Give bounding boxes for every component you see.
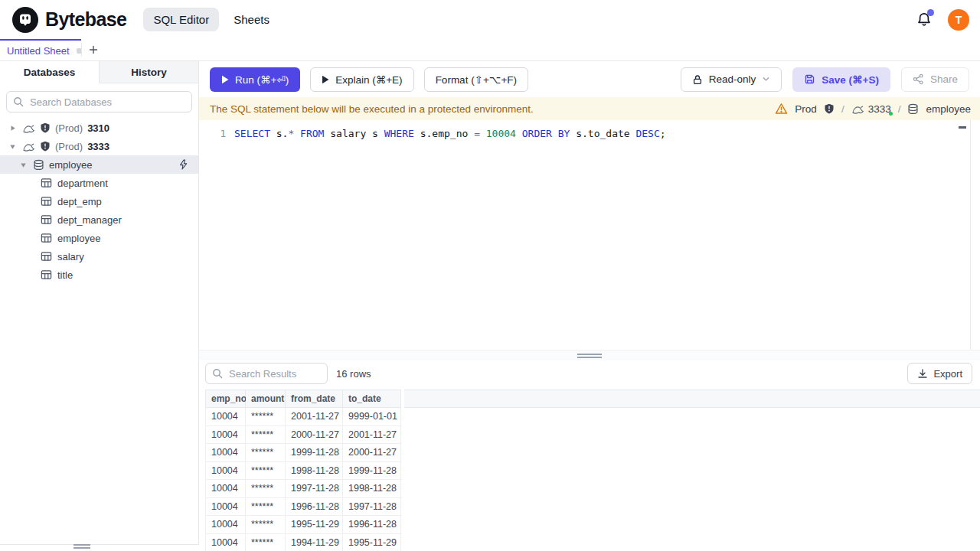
connection-breadcrumb: Prod / 3333 / [775,103,971,115]
table-row[interactable]: 10004******1995-11-291996-11-28 [205,516,402,534]
sql-token: salary s [324,128,384,139]
table-icon [41,196,52,207]
connect-bolt-icon[interactable] [178,159,188,170]
table-cell: 1996-11-28 [343,516,401,533]
save-button[interactable]: Save (⌘+S) [792,67,890,92]
notifications-button[interactable] [916,11,933,28]
nav-sheets[interactable]: Sheets [224,8,279,31]
chevron-down-icon [762,75,770,83]
table-row[interactable]: 10004******2000-11-272001-11-27 [205,426,402,445]
add-sheet-button[interactable] [82,39,105,60]
table-row[interactable]: 10004******1994-11-291995-11-29 [205,534,402,551]
sidebar-table-title[interactable]: title [0,266,198,284]
topbar-right: T [916,9,969,31]
instance-env: (Prod) [55,141,83,152]
sidebar-table-dept_emp[interactable]: dept_emp [0,192,198,210]
line-number: 1 [199,128,234,139]
table-icon [41,269,52,280]
lock-icon [692,74,703,85]
sidebar-table-employee[interactable]: employee [0,229,198,247]
database-icon [907,103,919,115]
column-header-emp-no[interactable]: emp_no [205,390,246,408]
table-icon [41,178,52,188]
sheet-tab-untitled[interactable]: Untitled Sheet [0,39,81,60]
sidebar: Databases History [0,61,199,545]
table-cell: ****** [246,408,286,425]
tab-history[interactable]: History [100,61,198,83]
share-label: Share [930,73,958,85]
instance-3333[interactable]: (Prod) 3333 [0,137,198,155]
sidebar-table-department[interactable]: department [0,174,198,192]
run-button[interactable]: Run (⌘+⏎) [210,67,300,92]
sidebar-table-dept_manager[interactable]: dept_manager [0,210,198,229]
table-row[interactable]: 10004******1997-11-281998-11-28 [205,480,402,498]
table-label: dept_emp [57,196,102,207]
sql-token: s. [270,128,288,139]
table-cell: 2001-11-27 [286,408,343,425]
format-button[interactable]: Format (⇧+⌥+F) [424,67,528,92]
tab-databases[interactable]: Databases [0,61,100,83]
brand[interactable]: Bytebase [12,7,126,33]
table-cell: 10004 [205,534,246,551]
table-cell: ****** [246,426,286,444]
table-cell: 1997-11-28 [286,480,343,497]
table-row[interactable]: 10004******1999-11-282000-11-27 [205,444,402,462]
sql-token: 10004 [486,128,516,139]
panel-resize-handle[interactable] [577,354,602,360]
shield-alert-icon [40,141,51,152]
explain-button[interactable]: Explain (⌘+E) [310,67,413,92]
breadcrumb-separator: / [841,103,844,115]
nav-sql-editor[interactable]: SQL Editor [143,8,219,31]
sql-token: SELECT [234,128,270,139]
protected-env-banner: The SQL statement below will be executed… [199,97,980,120]
shield-alert-icon [824,103,835,114]
instance-3310[interactable]: (Prod) 3310 [0,119,198,137]
sql-editor[interactable]: 1 SELECT s.* FROM salary s WHERE s.emp_n… [199,120,980,350]
play-icon [322,75,329,84]
database-label: employee [49,159,92,171]
sidebar-table-salary[interactable]: salary [0,247,198,266]
avatar[interactable]: T [948,9,969,31]
search-databases-input[interactable] [6,91,192,112]
sidebar-database-employee[interactable]: employee [0,155,198,174]
topbar: Bytebase SQL Editor Sheets T [0,0,980,39]
table-label: department [57,178,108,189]
table-cell: ****** [246,462,286,480]
sql-code-line: 1 SELECT s.* FROM salary s WHERE s.emp_n… [199,126,980,141]
table-cell: ****** [246,516,286,533]
warning-icon [775,103,788,115]
banner-message: The SQL statement below will be executed… [210,103,534,115]
sidebar-resize-handle[interactable] [74,544,90,550]
table-row[interactable]: 10004******1998-11-281999-11-28 [205,462,402,481]
results-search [205,363,328,384]
format-label: Format (⇧+⌥+F) [436,73,517,86]
export-button[interactable]: Export [907,363,972,384]
sql-token [516,128,522,139]
caret-right-icon [8,125,18,132]
notification-badge [927,9,934,16]
breadcrumb-database[interactable]: employee [926,103,971,115]
row-count: 16 rows [336,368,371,380]
instance-chip[interactable]: 3333 [851,103,891,115]
share-button[interactable]: Share [901,67,969,92]
table-row[interactable]: 10004******2001-11-279999-01-01 [205,408,402,426]
table-icon [41,251,52,262]
breadcrumb-instance: 3333 [868,103,891,115]
search-results-input[interactable] [205,363,328,384]
table-cell: 10004 [205,426,246,444]
table-cell: 1998-11-28 [286,462,343,480]
table-row[interactable]: 10004******1996-11-281997-11-28 [205,498,402,517]
table-cell: 10004 [205,480,246,497]
column-header-from-date[interactable]: from_date [286,390,343,408]
table-cell: 10004 [205,408,246,425]
table-cell: 2001-11-27 [343,426,401,444]
results-grid: emp_no amount from_date to_date 10004***… [205,390,980,551]
table-cell: 2000-11-27 [286,426,343,444]
app: { "colors": { "accent": "#4f46e5", "avat… [0,0,980,551]
sql-token: ORDER BY [522,128,570,139]
table-cell: 1995-11-29 [286,516,343,533]
column-header-to-date[interactable]: to_date [343,390,401,408]
instance-status-dot [889,112,893,116]
column-header-amount[interactable]: amount [246,390,286,408]
readonly-mode-select[interactable]: Read-only [681,67,782,92]
